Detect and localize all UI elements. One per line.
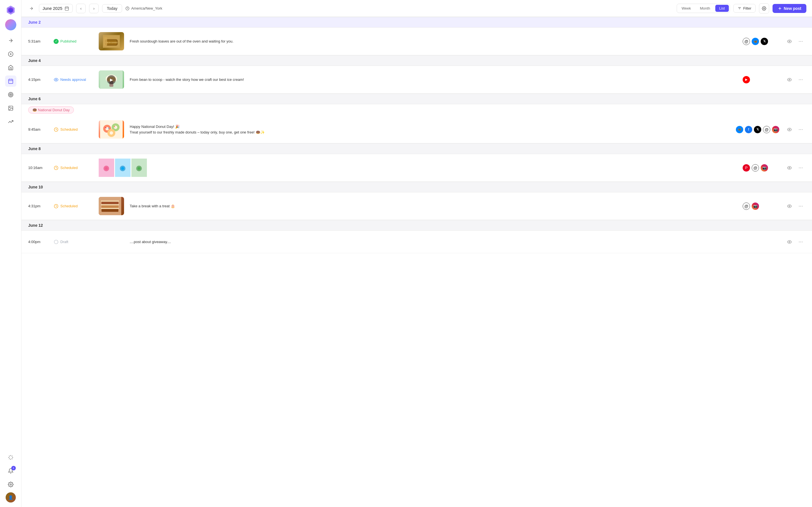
sidebar-item-media[interactable] [5, 103, 16, 114]
sidebar-item-target[interactable] [5, 89, 16, 100]
threads-icon: @ [752, 164, 759, 172]
post-thumbnail[interactable] [99, 197, 124, 215]
post-platforms: 🦋 f 𝕏 @ 📷 [736, 126, 779, 133]
more-options-button[interactable]: ⋯ [796, 75, 805, 84]
calendar-icon [64, 6, 69, 11]
sidebar-item-notifications[interactable]: 3 [5, 465, 16, 476]
clock-icon [125, 6, 130, 10]
expand-arrow[interactable] [27, 4, 36, 13]
svg-point-56 [110, 131, 113, 135]
sidebar-item-forward[interactable] [5, 35, 16, 46]
post-thumbnail[interactable]: ▶ [99, 70, 124, 89]
current-date-label: June 2025 [43, 6, 62, 11]
post-time: 10:16am [28, 166, 48, 170]
more-options-button[interactable]: ⋯ [796, 125, 805, 134]
tab-list[interactable]: List [715, 5, 729, 12]
table-row[interactable]: 4:15pm Needs approval ▶ Fro [21, 66, 812, 94]
post-status: Draft [54, 239, 93, 244]
post-text: Take a break with a treat 🎂 [130, 203, 737, 209]
svg-point-48 [789, 79, 790, 80]
post-time: 4:31pm [28, 204, 48, 208]
bluesky-icon: 🦋 [736, 126, 743, 133]
table-row[interactable]: 10:16am Scheduled P [21, 154, 812, 182]
svg-line-19 [11, 459, 12, 459]
svg-rect-77 [101, 201, 119, 202]
sidebar-item-idea[interactable] [5, 452, 16, 463]
gear-icon [762, 6, 766, 11]
more-options-button[interactable]: ⋯ [796, 202, 805, 211]
svg-point-24 [10, 484, 11, 485]
tab-month[interactable]: Month [696, 5, 714, 12]
new-post-label: New post [784, 6, 801, 11]
svg-rect-79 [101, 208, 119, 209]
sidebar-item-create[interactable] [5, 48, 16, 60]
sidebar-item-home[interactable] [5, 62, 16, 73]
next-period-button[interactable]: › [89, 4, 99, 13]
header: June 2025 ‹ › Today America/New_York Wee… [21, 0, 812, 17]
post-status: Scheduled [54, 204, 93, 209]
filter-button[interactable]: Filter [733, 4, 756, 13]
svg-point-15 [9, 107, 10, 108]
table-row[interactable]: 5:31am ✓ Published FRESH BAKED Fresh sou… [21, 27, 812, 55]
youtube-icon: ▶ [743, 76, 750, 83]
threads-icon: @ [743, 38, 750, 45]
post-actions: ⋯ [785, 125, 805, 134]
table-row[interactable]: 4:31pm Scheduled [21, 192, 812, 220]
x-icon: 𝕏 [761, 38, 768, 45]
post-status: Scheduled [54, 127, 93, 132]
post-time: 9:45am [28, 127, 48, 131]
event-tag: 🍩 National Donut Day [28, 107, 74, 114]
post-status: Needs approval [54, 77, 93, 82]
threads-icon: @ [743, 203, 750, 210]
plus-icon [777, 6, 782, 11]
post-status: Scheduled [54, 165, 93, 170]
post-text: Fresh sourdough loaves are out of the ov… [130, 39, 737, 44]
date-section-june6: June 6 [21, 94, 812, 104]
date-section-june12: June 12 [21, 220, 812, 231]
date-picker-button[interactable]: June 2025 [39, 4, 73, 13]
more-options-button[interactable]: ⋯ [796, 163, 805, 172]
facebook-icon: f [745, 126, 752, 133]
published-icon: ✓ [54, 39, 59, 44]
view-post-button[interactable] [785, 163, 794, 172]
svg-rect-41 [104, 37, 107, 46]
post-actions: ⋯ [785, 75, 805, 84]
svg-point-64 [105, 167, 108, 170]
post-thumbnail[interactable]: FRESH BAKED [99, 32, 124, 50]
today-button[interactable]: Today [102, 4, 122, 13]
post-status: ✓ Published [54, 39, 93, 44]
date-section-june10: June 10 [21, 182, 812, 192]
view-post-button[interactable] [785, 37, 794, 46]
scheduled-icon [54, 204, 59, 209]
view-post-button[interactable] [785, 125, 794, 134]
more-options-button[interactable]: ⋯ [796, 237, 805, 246]
more-options-button[interactable]: ⋯ [796, 37, 805, 46]
post-platforms: P @ 📷 [743, 164, 779, 172]
svg-point-67 [121, 167, 124, 170]
sidebar-item-analytics[interactable] [5, 116, 16, 127]
post-thumbnail[interactable] [99, 120, 124, 138]
view-post-button[interactable] [785, 75, 794, 84]
prev-period-button[interactable]: ‹ [76, 4, 86, 13]
sidebar-logo[interactable] [5, 4, 16, 17]
post-time: 4:00pm [28, 240, 48, 244]
sidebar: 3 👤 [0, 0, 21, 507]
instagram-icon: 📷 [761, 164, 768, 172]
table-row[interactable]: 4:00pm Draft ....post about giveaway....… [21, 231, 812, 253]
settings-button[interactable] [759, 3, 769, 13]
scheduled-icon [54, 127, 59, 132]
sidebar-item-calendar[interactable] [5, 75, 16, 87]
user-avatar[interactable]: 👤 [6, 492, 16, 503]
svg-point-80 [789, 206, 790, 207]
new-post-button[interactable]: New post [772, 4, 806, 13]
view-post-button[interactable] [785, 237, 794, 246]
svg-point-81 [54, 240, 58, 244]
table-row[interactable]: 9:45am Scheduled [21, 116, 812, 144]
svg-rect-7 [8, 79, 13, 83]
view-post-button[interactable] [785, 202, 794, 211]
post-thumbnail-multi[interactable] [99, 159, 147, 177]
sidebar-item-settings[interactable] [5, 479, 16, 490]
svg-point-82 [789, 241, 790, 242]
tab-week[interactable]: Week [678, 5, 695, 12]
workspace-avatar[interactable] [5, 19, 16, 31]
